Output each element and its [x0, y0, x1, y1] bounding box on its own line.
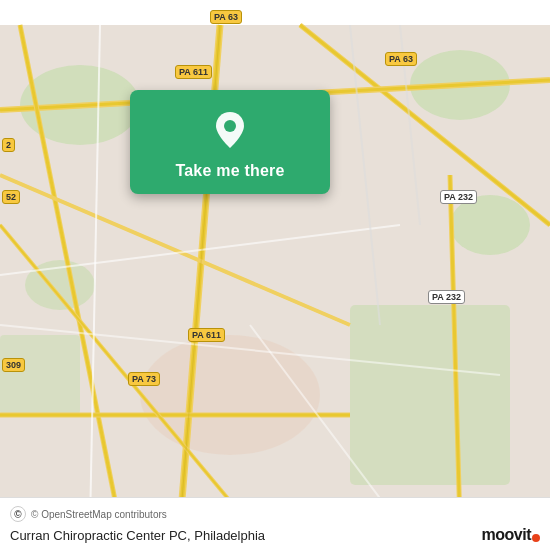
road-badge-pa63-top: PA 63 [210, 10, 242, 24]
road-badge-pa611-upper: PA 611 [175, 65, 212, 79]
moovit-text: moovit [482, 526, 531, 544]
attribution-row: © © OpenStreetMap contributors [10, 506, 540, 522]
svg-point-7 [140, 335, 320, 455]
road-badge-pa232-mid: PA 232 [428, 290, 465, 304]
location-card[interactable]: Take me there [130, 90, 330, 194]
map-container: PA 63 PA 611 PA 63 2 52 PA 232 PA 232 PA… [0, 0, 550, 550]
svg-point-3 [450, 195, 530, 255]
bottom-bar: © © OpenStreetMap contributors Curran Ch… [0, 497, 550, 550]
business-info-row: Curran Chiropractic Center PC, Philadelp… [10, 526, 540, 544]
road-badge-pa52: 52 [2, 190, 20, 204]
road-badge-pa232-upper: PA 232 [440, 190, 477, 204]
take-me-there-button[interactable]: Take me there [175, 162, 284, 180]
moovit-logo: moovit [482, 526, 540, 544]
road-badge-pa2: 2 [2, 138, 15, 152]
svg-rect-6 [0, 335, 80, 415]
svg-rect-4 [350, 305, 510, 485]
openstreetmap-logo: © [10, 506, 26, 522]
business-name: Curran Chiropractic Center PC, Philadelp… [10, 528, 265, 543]
location-pin-icon [208, 108, 252, 152]
road-badge-pa611-lower: PA 611 [188, 328, 225, 342]
moovit-dot [532, 534, 540, 542]
road-badge-pa63-right: PA 63 [385, 52, 417, 66]
svg-point-30 [224, 120, 236, 132]
attribution-text: © OpenStreetMap contributors [31, 509, 167, 520]
road-badge-pa309: 309 [2, 358, 25, 372]
road-badge-pa73: PA 73 [128, 372, 160, 386]
